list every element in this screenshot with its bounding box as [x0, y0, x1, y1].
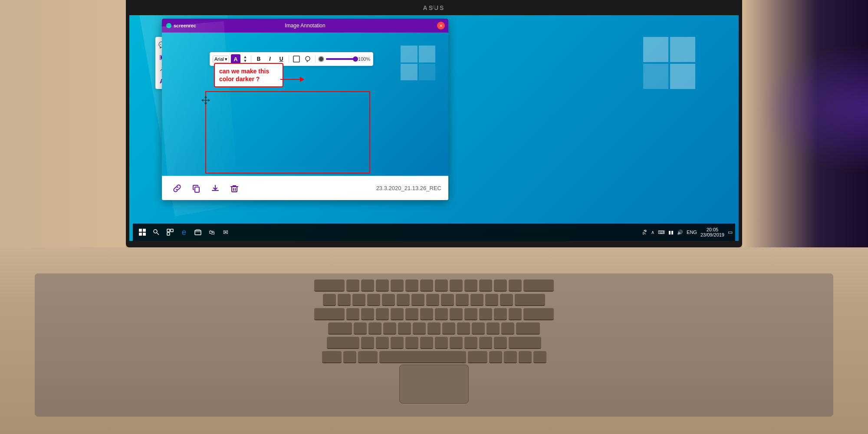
link-button[interactable] — [169, 180, 185, 197]
key-alt-l[interactable] — [358, 351, 378, 363]
key-tab[interactable] — [314, 308, 345, 320]
key-4[interactable] — [382, 294, 395, 306]
key-period[interactable] — [479, 337, 492, 349]
key-e[interactable] — [376, 308, 389, 320]
key-shift-r[interactable] — [509, 337, 541, 349]
key-2[interactable] — [352, 294, 365, 306]
key-arrow-down[interactable] — [519, 351, 532, 363]
taskbar-show-desktop[interactable]: ▭ — [728, 229, 733, 235]
key-esc[interactable] — [314, 279, 345, 292]
key-rbracket[interactable] — [509, 308, 522, 320]
key-y[interactable] — [420, 308, 433, 320]
key-c[interactable] — [391, 337, 404, 349]
key-9[interactable] — [456, 294, 469, 306]
key-z[interactable] — [361, 337, 374, 349]
key-1[interactable] — [338, 294, 351, 306]
key-space[interactable] — [379, 351, 466, 363]
key-7[interactable] — [426, 294, 439, 306]
key-fn[interactable] — [343, 351, 356, 363]
key-o[interactable] — [464, 308, 477, 320]
key-a[interactable] — [354, 322, 367, 335]
key-f9[interactable] — [464, 279, 477, 292]
taskbar-show-hidden[interactable]: ∧ — [651, 230, 654, 235]
key-l[interactable] — [472, 322, 485, 335]
opacity-slider[interactable] — [326, 58, 356, 60]
underline-button[interactable]: U — [276, 54, 286, 64]
key-5[interactable] — [397, 294, 410, 306]
key-f11[interactable] — [494, 279, 507, 292]
search-button[interactable] — [149, 225, 163, 239]
key-j[interactable] — [442, 322, 455, 335]
key-f3[interactable] — [376, 279, 389, 292]
edge-browser-button[interactable]: e — [177, 225, 191, 239]
key-quote[interactable] — [501, 322, 514, 335]
color-circle[interactable] — [318, 56, 324, 62]
key-minus[interactable] — [485, 294, 498, 306]
font-select[interactable]: Arial ▾ — [213, 56, 229, 63]
copy-button[interactable] — [188, 180, 204, 197]
key-capslock[interactable] — [328, 322, 352, 335]
key-h[interactable] — [427, 322, 441, 335]
key-enter[interactable] — [523, 308, 554, 320]
font-color-button[interactable]: A — [231, 54, 240, 64]
key-r[interactable] — [391, 308, 404, 320]
key-g[interactable] — [413, 322, 426, 335]
callout-button[interactable] — [303, 54, 312, 64]
background-button[interactable] — [292, 54, 301, 64]
close-button[interactable]: ✕ — [437, 22, 445, 30]
key-0[interactable] — [470, 294, 483, 306]
key-f10[interactable] — [479, 279, 492, 292]
size-adjust[interactable]: ▲ ▼ — [242, 55, 248, 63]
key-f12[interactable] — [509, 279, 522, 292]
key-b[interactable] — [420, 337, 433, 349]
download-button[interactable] — [207, 180, 224, 197]
key-v[interactable] — [405, 337, 418, 349]
key-i[interactable] — [450, 308, 463, 320]
key-arrow-left[interactable] — [489, 351, 502, 363]
key-backtick[interactable] — [323, 294, 336, 306]
key-comma[interactable] — [464, 337, 477, 349]
key-8[interactable] — [441, 294, 454, 306]
key-f5[interactable] — [405, 279, 418, 292]
key-backspace[interactable] — [515, 294, 545, 306]
key-shift-l[interactable] — [327, 337, 359, 349]
touchpad[interactable] — [399, 365, 469, 404]
delete-button[interactable] — [226, 180, 243, 197]
annotation-area[interactable]: Arial ▾ A ▲ ▼ B — [162, 33, 448, 176]
key-f7[interactable] — [435, 279, 448, 292]
key-ctrl-l[interactable] — [322, 351, 342, 363]
store-button[interactable]: 🛍 — [205, 225, 219, 239]
key-arrow-up[interactable] — [504, 351, 517, 363]
size-down-icon[interactable]: ▼ — [243, 59, 247, 63]
key-alt-r[interactable] — [468, 351, 487, 363]
key-t[interactable] — [405, 308, 418, 320]
key-n[interactable] — [435, 337, 448, 349]
key-f4[interactable] — [391, 279, 404, 292]
italic-button[interactable]: I — [265, 54, 275, 64]
key-p[interactable] — [479, 308, 492, 320]
key-f1[interactable] — [346, 279, 359, 292]
key-equals[interactable] — [500, 294, 513, 306]
key-k[interactable] — [457, 322, 470, 335]
key-lbracket[interactable] — [494, 308, 507, 320]
key-6[interactable] — [411, 294, 424, 306]
key-d[interactable] — [383, 322, 396, 335]
key-s[interactable] — [368, 322, 381, 335]
key-f6[interactable] — [420, 279, 433, 292]
key-arrow-right[interactable] — [533, 351, 546, 363]
key-q[interactable] — [346, 308, 359, 320]
key-3[interactable] — [367, 294, 380, 306]
task-view-button[interactable] — [163, 225, 177, 239]
key-u[interactable] — [435, 308, 448, 320]
key-delete[interactable] — [523, 279, 554, 292]
key-f8[interactable] — [450, 279, 463, 292]
taskbar-clock[interactable]: 20:05 23/09/2019 — [700, 227, 724, 237]
key-x[interactable] — [376, 337, 389, 349]
key-f[interactable] — [398, 322, 411, 335]
key-slash[interactable] — [494, 337, 507, 349]
key-w[interactable] — [361, 308, 374, 320]
key-enter2[interactable] — [516, 322, 540, 335]
key-semicolon[interactable] — [487, 322, 500, 335]
bold-button[interactable]: B — [254, 54, 263, 64]
mail-button[interactable]: ✉ — [219, 225, 233, 239]
